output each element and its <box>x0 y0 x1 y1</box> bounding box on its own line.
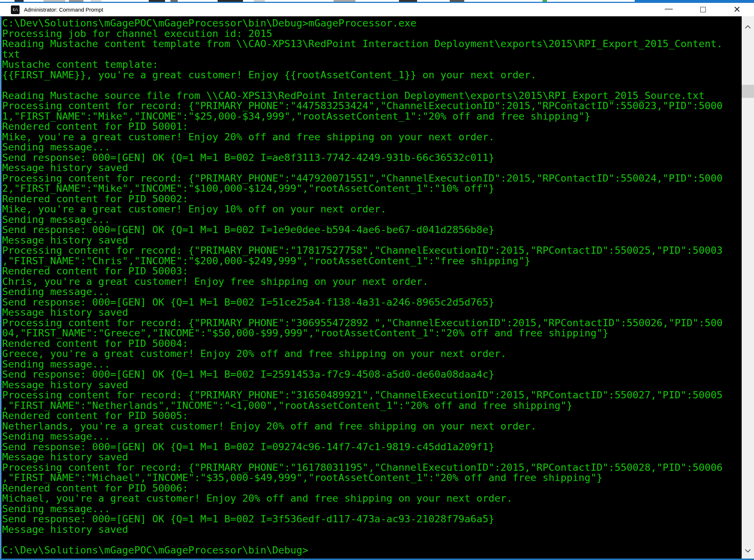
console-line: Message history saved <box>2 307 742 318</box>
maximize-icon <box>700 7 706 12</box>
console-line: Message history saved <box>2 452 742 462</box>
console-line: ,"FIRST_NAME":"Chris","INCOME":"$200,000… <box>2 256 742 266</box>
console-line: Rendered content for PID 50004: <box>2 339 742 349</box>
console-line <box>2 535 742 545</box>
console-line: Send response: 000=[GEN] OK {Q=1 M=1 B=0… <box>2 153 742 163</box>
title-bar[interactable]: C:\ Administrator: Command Prompt — × <box>0 3 754 16</box>
console-line: Processing content for record: {"PRIMARY… <box>2 101 742 111</box>
console-line: Greece, you're a great customer! Enjoy 2… <box>2 349 742 359</box>
console-line: Send response: 000=[GEN] OK {Q=1 M=1 B=0… <box>2 297 742 308</box>
console-line: ,"FIRST_NAME":"Netherlands","INCOME":"<1… <box>2 401 742 411</box>
maximize-button[interactable] <box>686 3 720 16</box>
console-line: Sending message... <box>2 431 742 442</box>
console-line: Mike, you're a great customer! Enjoy 10%… <box>2 204 742 215</box>
console-line: Chris, you're a great customer! Enjoy fr… <box>2 277 742 287</box>
close-icon: × <box>734 5 741 13</box>
console-line: Rendered content for PID 50002: <box>2 194 742 204</box>
console-line: Message history saved <box>2 235 742 246</box>
background-window-bottom-edge <box>0 559 754 560</box>
console-line: Send response: 000=[GEN] OK {Q=1 M=1 B=0… <box>2 369 742 380</box>
console-line: Reading Mustache content template from \… <box>2 39 742 49</box>
console-line: Sending message... <box>2 142 742 153</box>
console-line: Processing content for record: {"PRIMARY… <box>2 462 742 473</box>
console-line: txt <box>2 49 742 60</box>
chevron-down-icon <box>745 549 751 553</box>
console-line: Rendered content for PID 50006: <box>2 483 742 494</box>
console-line: 1,"FIRST_NAME":"Mike","INCOME":"$25,000-… <box>2 111 742 122</box>
console-line: Send response: 000=[GEN] OK {Q=1 M=1 B=0… <box>2 442 742 452</box>
console-line: C:\Dev\Solutions\mGagePOC\mGageProcessor… <box>2 545 742 556</box>
console-line: Rendered content for PID 50003: <box>2 266 742 277</box>
background-window-sliver <box>0 0 754 3</box>
console-line: Processing content for record: {"PRIMARY… <box>2 318 742 328</box>
console-line: Sending message... <box>2 287 742 297</box>
command-prompt-window: C:\ Administrator: Command Prompt — × C:… <box>0 3 754 559</box>
console-line <box>2 80 742 91</box>
console-line: Processing job for channel execution id:… <box>2 29 742 39</box>
console-line: 04,"FIRST_NAME":"Greece","INCOME":"$50,0… <box>2 328 742 339</box>
console-line: Reading Mustache source file from \\CAO-… <box>2 91 742 101</box>
console-line: Netherlands, you're a great customer! En… <box>2 421 742 432</box>
console-line: C:\Dev\Solutions\mGagePOC\mGageProcessor… <box>2 18 742 29</box>
console-line: Sending message... <box>2 215 742 225</box>
console-line: Send response: 000=[GEN] OK {Q=1 M=1 B=0… <box>2 225 742 235</box>
console-line: Message history saved <box>2 524 742 535</box>
console-line: Processing content for record: {"PRIMARY… <box>2 245 742 256</box>
console-line: Processing content for record: {"PRIMARY… <box>2 390 742 401</box>
console-area: C:\Dev\Solutions\mGagePOC\mGageProcessor… <box>0 16 754 559</box>
console-line: Michael, you're a great customer! Enjoy … <box>2 493 742 504</box>
scroll-up-button[interactable] <box>742 21 754 32</box>
console-line: ,"FIRST_NAME":"Michael","INCOME":"$35,00… <box>2 473 742 483</box>
scrollbar-thumb[interactable] <box>742 85 754 98</box>
minimize-button[interactable]: — <box>652 3 686 16</box>
console-line: 2,"FIRST_NAME":"Mike","INCOME":"$100,000… <box>2 183 742 194</box>
console-output[interactable]: C:\Dev\Solutions\mGagePOC\mGageProcessor… <box>0 16 742 559</box>
console-line: Send response: 000=[GEN] OK {Q=1 M=1 B=0… <box>2 514 742 524</box>
chevron-up-icon <box>745 25 751 29</box>
vertical-scrollbar[interactable] <box>742 16 754 559</box>
console-line: Message history saved <box>2 163 742 173</box>
console-line: Message history saved <box>2 380 742 390</box>
cmd-prompt-icon: C:\ <box>11 5 20 14</box>
console-line: Rendered content for PID 50005: <box>2 411 742 421</box>
scroll-down-button[interactable] <box>742 546 754 556</box>
close-button[interactable]: × <box>720 3 754 16</box>
window-title: Administrator: Command Prompt <box>24 7 103 13</box>
console-lines: C:\Dev\Solutions\mGagePOC\mGageProcessor… <box>2 18 742 555</box>
minimize-icon: — <box>665 7 673 11</box>
console-line: Mustache content template: <box>2 59 742 70</box>
console-line: Mike, you're a great customer! Enjoy 20%… <box>2 132 742 142</box>
console-line: Processing content for record: {"PRIMARY… <box>2 173 742 184</box>
console-line: Sending message... <box>2 359 742 370</box>
background-window-left-edge <box>0 16 1 559</box>
console-line: Sending message... <box>2 504 742 514</box>
console-line: Rendered content for PID 50001: <box>2 121 742 132</box>
window-controls: — × <box>652 3 754 16</box>
console-line: {{FIRST_NAME}}, you're a great customer!… <box>2 70 742 80</box>
